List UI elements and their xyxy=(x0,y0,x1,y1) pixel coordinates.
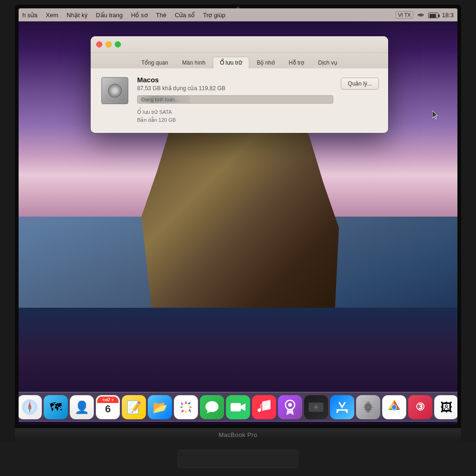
cursor xyxy=(432,111,439,120)
storage-details: Macos 87,53 GB khả dụng của 119,82 GB Đa… xyxy=(137,76,333,124)
dock-container: 🗺 👤 THỨ 7 6 xyxy=(19,392,457,422)
dock-icon-podcasts[interactable] xyxy=(278,395,302,419)
dock-icon-files[interactable]: 📂 xyxy=(148,395,172,419)
available-text: 87,53 GB khả dụng của 119,82 GB xyxy=(137,85,333,92)
menubar-item-edit[interactable]: h sửa xyxy=(22,12,38,19)
manage-button[interactable]: Quản lý... xyxy=(341,78,379,90)
menubar-item-help[interactable]: Trợ giúp xyxy=(203,12,225,19)
macbook-frame: h sửa Xem Nhật ký Dấu trang Hồ sơ Thè Cử… xyxy=(0,0,476,476)
dock-icon-chrome[interactable] xyxy=(382,395,406,419)
menubar: h sửa Xem Nhật ký Dấu trang Hồ sơ Thè Cử… xyxy=(19,8,457,21)
svg-rect-17 xyxy=(231,403,241,411)
dock-icon-contacts[interactable]: 👤 xyxy=(70,395,94,419)
progress-label: Đang tính toán... xyxy=(141,97,179,102)
dock-icon-system-preferences[interactable] xyxy=(356,395,380,419)
dock-icon-photos[interactable] xyxy=(174,395,198,419)
hdd-shape xyxy=(101,77,128,104)
drive-name: Macos xyxy=(137,76,333,84)
tab-overview[interactable]: Tổng quan xyxy=(135,57,175,68)
minimize-button[interactable] xyxy=(106,41,112,47)
vi-tx-indicator[interactable]: VI TX xyxy=(396,11,413,19)
dock-icon-calendar[interactable]: THỨ 7 6 xyxy=(96,395,120,419)
dock-icon-maps[interactable]: 🗺 xyxy=(44,395,68,419)
drive-icon xyxy=(100,76,130,106)
svg-point-28 xyxy=(392,405,397,410)
tab-display[interactable]: Màn hình xyxy=(176,57,212,68)
tab-memory[interactable]: Bộ nhớ xyxy=(250,57,281,68)
trackpad[interactable] xyxy=(178,450,298,468)
menubar-item-view[interactable]: Xem xyxy=(46,12,59,19)
dock-icon-music[interactable] xyxy=(252,395,276,419)
screen-bezel: h sửa Xem Nhật ký Dấu trang Hồ sơ Thè Cử… xyxy=(15,5,461,428)
menubar-item-the[interactable]: Thè xyxy=(156,12,166,19)
drive-size: Bản dẫn 120 GB xyxy=(137,116,333,124)
dock-icon-appstore[interactable] xyxy=(330,395,354,419)
wifi-icon[interactable] xyxy=(417,12,424,19)
dock: 🗺 👤 THỨ 7 6 xyxy=(19,392,457,422)
hdd-platter xyxy=(108,84,122,98)
maximize-button[interactable] xyxy=(115,41,121,47)
window-body: Macos 87,53 GB khả dụng của 119,82 GB Đa… xyxy=(91,68,388,133)
menubar-left: h sửa Xem Nhật ký Dấu trang Hồ sơ Thè Cử… xyxy=(22,12,225,19)
dock-icon-zoho[interactable]: ③ xyxy=(408,395,432,419)
storage-item: Macos 87,53 GB khả dụng của 119,82 GB Đa… xyxy=(100,76,379,124)
dock-icon-appletv[interactable] xyxy=(304,395,328,419)
window-titlebar xyxy=(91,36,388,53)
tab-storage[interactable]: Ổ lưu trữ xyxy=(213,57,249,68)
battery-icon xyxy=(428,12,438,19)
dock-icon-facetime[interactable] xyxy=(226,395,250,419)
menubar-item-window[interactable]: Cửa sổ xyxy=(175,12,195,19)
dock-icon-preview[interactable]: 🖼 xyxy=(434,395,457,419)
macbook-label: MacBook Pro xyxy=(218,431,258,438)
svg-point-16 xyxy=(183,404,189,410)
dock-icon-notes[interactable]: 📝 xyxy=(122,395,146,419)
tab-bar: Tổng quan Màn hình Ổ lưu trữ Bộ nhớ Hỗ t… xyxy=(91,53,388,68)
system-info-window: Tổng quan Màn hình Ổ lưu trữ Bộ nhớ Hỗ t… xyxy=(91,36,388,133)
menubar-right: VI TX xyxy=(396,11,454,19)
tab-support[interactable]: Hỗ trợ xyxy=(282,57,311,68)
drive-type: Ổ lưu trữ SATA xyxy=(137,108,333,116)
dock-icon-messages[interactable] xyxy=(200,395,224,419)
screen: h sửa Xem Nhật ký Dấu trang Hồ sơ Thè Cử… xyxy=(19,8,457,424)
clock: 18:3 xyxy=(442,12,454,19)
storage-meta: Ổ lưu trữ SATA Bản dẫn 120 GB xyxy=(137,108,333,124)
menubar-item-profile[interactable]: Hồ sơ xyxy=(131,12,148,19)
macbook-body xyxy=(0,442,476,476)
macbook-screen-bottom: MacBook Pro xyxy=(15,428,461,442)
menubar-item-history[interactable]: Nhật ký xyxy=(66,12,87,19)
dock-icon-safari[interactable] xyxy=(19,395,42,419)
window-controls xyxy=(96,41,121,47)
svg-point-19 xyxy=(288,403,292,407)
menubar-item-bookmarks[interactable]: Dấu trang xyxy=(96,12,123,19)
svg-point-22 xyxy=(315,406,317,408)
tab-service[interactable]: Dịch vụ xyxy=(311,57,344,68)
close-button[interactable] xyxy=(96,41,102,47)
storage-bar: Đang tính toán... xyxy=(137,95,333,104)
